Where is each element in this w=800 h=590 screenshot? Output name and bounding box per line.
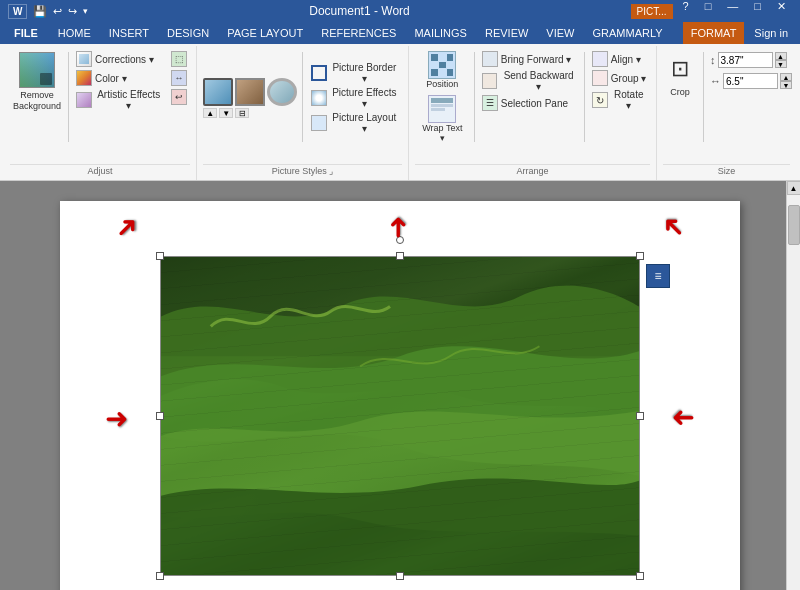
arrange-group: Position Wrap Text ▾ Bring Forward ▾	[409, 46, 657, 180]
position-icon	[428, 51, 456, 79]
color-label: Color ▾	[95, 73, 127, 84]
quick-access-redo[interactable]: ↪	[68, 5, 77, 18]
review-tab[interactable]: REVIEW	[477, 22, 536, 44]
compress-icon: ⬚	[171, 51, 187, 67]
selection-pane-icon: ☰	[482, 95, 498, 111]
picture-effects-btn[interactable]: Picture Effects ▾	[308, 86, 402, 110]
grammarly-tab[interactable]: GRAMMARLY	[584, 22, 670, 44]
arrow-middle-right: ➜	[672, 402, 695, 435]
bring-forward-icon	[482, 51, 498, 67]
home-tab[interactable]: HOME	[50, 22, 99, 44]
mailings-tab[interactable]: MAILINGS	[406, 22, 475, 44]
close-btn[interactable]: ✕	[771, 0, 792, 22]
scroll-up-btn[interactable]: ▲	[787, 181, 801, 195]
height-row: ↕ ▲ ▼	[710, 52, 792, 68]
corrections-icon	[76, 51, 92, 67]
position-btn[interactable]: Position	[422, 48, 462, 92]
quick-access-undo[interactable]: ↩	[53, 5, 62, 18]
reset-picture-btn[interactable]: ↩	[168, 88, 190, 106]
format-tab[interactable]: FORMAT	[683, 22, 745, 44]
selection-pane-btn[interactable]: ☰ Selection Pane	[479, 94, 580, 112]
wrap-text-btn[interactable]: Wrap Text ▾	[415, 92, 470, 146]
remove-background-btn[interactable]: RemoveBackground	[10, 48, 64, 116]
references-tab[interactable]: REFERENCES	[313, 22, 404, 44]
adjust-group: RemoveBackground Corrections ▾ Color ▾	[4, 46, 197, 180]
picture-layout-btn[interactable]: Picture Layout ▾	[308, 111, 402, 135]
width-input[interactable]	[723, 73, 778, 89]
send-backward-btn[interactable]: Send Backward ▾	[479, 69, 580, 93]
rotate-btn[interactable]: ↻ Rotate ▾	[589, 88, 650, 112]
style-scroll-up[interactable]: ▲	[203, 108, 217, 118]
wrap-text-label: Wrap Text ▾	[419, 123, 466, 143]
arrow-bottom-right: ➜	[654, 585, 694, 590]
width-spin-up[interactable]: ▲	[780, 73, 792, 81]
bring-forward-btn[interactable]: Bring Forward ▾	[479, 50, 580, 68]
design-tab[interactable]: DESIGN	[159, 22, 217, 44]
sign-in-btn[interactable]: Sign in	[746, 22, 796, 44]
help-btn[interactable]: ?	[677, 0, 695, 22]
insert-tab[interactable]: INSERT	[101, 22, 157, 44]
picture-border-btn[interactable]: Picture Border ▾	[308, 61, 402, 85]
rotation-handle[interactable]	[396, 236, 404, 244]
crop-btn[interactable]: ⊡ Crop	[663, 48, 697, 100]
picture-effects-icon	[311, 90, 326, 106]
corrections-btn[interactable]: Corrections ▾	[73, 50, 166, 68]
window-title: Document1 - Word	[88, 4, 630, 18]
rotate-icon: ↻	[592, 92, 608, 108]
style-preview-2	[235, 78, 265, 106]
width-row: ↔ ▲ ▼	[710, 73, 792, 89]
width-spin-down[interactable]: ▼	[780, 81, 792, 89]
handle-bottom-right[interactable]	[636, 572, 644, 580]
height-spin-down[interactable]: ▼	[775, 60, 787, 68]
page: ≡ ➜ ➜ ➜ ➜ ➜ ➜ ➜ ➜	[60, 201, 740, 590]
group-btn[interactable]: Group ▾	[589, 69, 650, 87]
align-label: Align ▾	[611, 54, 641, 65]
minimize-btn[interactable]: —	[721, 0, 744, 22]
color-icon	[76, 70, 92, 86]
artistic-effects-btn[interactable]: Artistic Effects ▾	[73, 88, 166, 112]
change-picture-btn[interactable]: ↔	[168, 69, 190, 87]
arrow-top-left: ➜	[107, 208, 147, 248]
width-spinner: ▲ ▼	[780, 73, 792, 89]
height-spin-up[interactable]: ▲	[775, 52, 787, 60]
document-area: ≡ ➜ ➜ ➜ ➜ ➜ ➜ ➜ ➜ ▲ ▼	[0, 181, 800, 590]
pict-label: PICT...	[631, 4, 673, 19]
style-scroll-down[interactable]: ▼	[219, 108, 233, 118]
picture-border-icon	[311, 65, 327, 81]
handle-top-right[interactable]	[636, 252, 644, 260]
corrections-label: Corrections ▾	[95, 54, 154, 65]
picture-styles-label: Picture Styles ⌟	[203, 164, 402, 178]
arrow-bottom-left: ➜	[107, 585, 147, 590]
file-menu[interactable]: FILE	[4, 22, 48, 44]
color-btn[interactable]: Color ▾	[73, 69, 166, 87]
handle-middle-right[interactable]	[636, 412, 644, 420]
ribbon-display-btn[interactable]: □	[699, 0, 718, 22]
arrow-top-right: ➜	[654, 208, 694, 248]
selection-pane-label: Selection Pane	[501, 98, 568, 109]
layout-options-icon[interactable]: ≡	[646, 264, 670, 288]
picture-border-label: Picture Border ▾	[330, 62, 399, 84]
handle-middle-left[interactable]	[156, 412, 164, 420]
selected-image[interactable]	[160, 256, 640, 576]
height-input[interactable]	[718, 52, 773, 68]
handle-bottom-middle[interactable]	[396, 572, 404, 580]
picture-layout-label: Picture Layout ▾	[330, 112, 399, 134]
maximize-btn[interactable]: □	[748, 0, 767, 22]
handle-bottom-left[interactable]	[156, 572, 164, 580]
handle-top-middle[interactable]	[396, 252, 404, 260]
image-container[interactable]: ≡ ➜ ➜ ➜ ➜ ➜ ➜ ➜ ➜	[160, 256, 640, 576]
reset-picture-icon: ↩	[171, 89, 187, 105]
quick-access-save[interactable]: 💾	[33, 5, 47, 18]
size-label: Size	[663, 164, 790, 178]
handle-top-left[interactable]	[156, 252, 164, 260]
remove-bg-icon	[19, 52, 55, 88]
scroll-thumb[interactable]	[788, 205, 800, 245]
page-layout-tab[interactable]: PAGE LAYOUT	[219, 22, 311, 44]
change-picture-icon: ↔	[171, 70, 187, 86]
compress-btn[interactable]: ⬚	[168, 50, 190, 68]
svg-rect-0	[161, 257, 639, 356]
align-btn[interactable]: Align ▾	[589, 50, 650, 68]
style-expand[interactable]: ⊟	[235, 108, 249, 118]
view-tab[interactable]: VIEW	[538, 22, 582, 44]
artistic-effects-label: Artistic Effects ▾	[95, 89, 164, 111]
